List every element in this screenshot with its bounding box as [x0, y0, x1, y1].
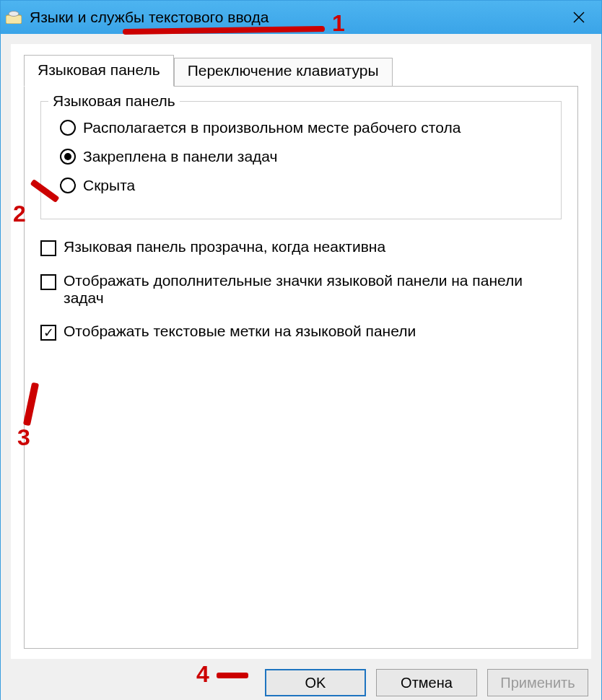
radio-floating-desktop[interactable]: Располагается в произвольном месте рабоч…	[60, 119, 548, 136]
tab-panel: Языковая панель Располагается в произвол…	[24, 86, 578, 649]
fieldset-language-bar: Языковая панель Располагается в произвол…	[40, 101, 562, 219]
radio-docked-taskbar[interactable]: Закреплена в панели задач	[60, 148, 548, 165]
checkbox-label: Отображать дополнительные значки языково…	[64, 272, 562, 307]
check-icon: ✓	[43, 326, 54, 339]
button-label: OK	[305, 675, 326, 691]
button-label: Отмена	[401, 675, 453, 691]
dialog-button-row: OK Отмена Применить	[1, 659, 601, 700]
checkbox-text-labels[interactable]: ✓ Отображать текстовые метки на языковой…	[40, 323, 562, 341]
radio-label: Располагается в произвольном месте рабоч…	[83, 119, 461, 136]
radio-icon	[60, 149, 76, 165]
checkbox-transparent-inactive[interactable]: Языковая панель прозрачна, когда неактив…	[40, 238, 562, 256]
checkbox-extra-icons[interactable]: Отображать дополнительные значки языково…	[40, 272, 562, 307]
tab-label: Переключение клавиатуры	[188, 62, 379, 79]
tabstrip: Языковая панель Переключение клавиатуры	[24, 55, 578, 87]
close-button[interactable]	[561, 1, 597, 34]
button-label: Применить	[500, 675, 575, 691]
radio-hidden[interactable]: Скрыта	[60, 177, 548, 194]
radio-icon	[60, 120, 76, 136]
radio-icon	[60, 178, 76, 193]
annotation-line-4	[217, 673, 248, 678]
cancel-button[interactable]: Отмена	[376, 669, 477, 696]
checkbox-icon: ✓	[40, 325, 56, 341]
tab-keyboard-switching[interactable]: Переключение клавиатуры	[174, 58, 393, 87]
svg-point-1	[9, 12, 19, 17]
tab-language-bar[interactable]: Языковая панель	[24, 55, 174, 87]
ok-button[interactable]: OK	[265, 669, 366, 696]
checkbox-icon	[40, 274, 56, 290]
app-icon	[5, 10, 22, 25]
tab-label: Языковая панель	[38, 61, 160, 78]
radio-label: Скрыта	[83, 177, 135, 194]
apply-button[interactable]: Применить	[487, 669, 588, 696]
fieldset-legend: Языковая панель	[48, 92, 180, 110]
checkbox-label: Языковая панель прозрачна, когда неактив…	[64, 238, 385, 255]
radio-label: Закреплена в панели задач	[83, 148, 277, 165]
checkbox-label: Отображать текстовые метки на языковой п…	[64, 323, 416, 340]
dialog-body: Языковая панель Переключение клавиатуры …	[11, 44, 591, 659]
checkbox-icon	[40, 240, 56, 256]
radio-dot-icon	[64, 153, 71, 160]
window-title: Языки и службы текстового ввода	[30, 9, 561, 26]
dialog-window: Языки и службы текстового ввода Языковая…	[0, 0, 602, 700]
